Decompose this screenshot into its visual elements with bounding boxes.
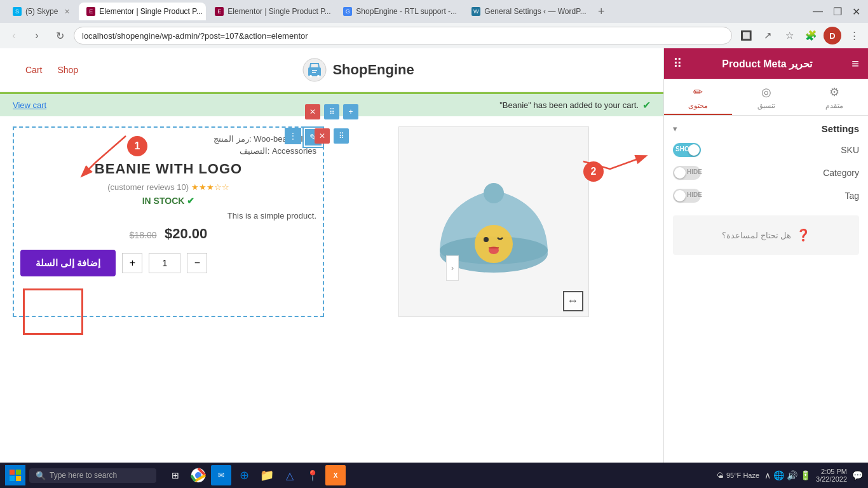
tab-shopengine[interactable]: G ShopEngine - RTL support -... ✕ xyxy=(336,3,463,20)
advanced-tab-icon: ⚙ xyxy=(829,85,839,99)
tab-style-label: تنسيق xyxy=(757,102,775,110)
extensions-icon[interactable]: 🔲 xyxy=(737,27,755,44)
help-section: ❓ هل تحتاج لمساعدة؟ xyxy=(673,215,859,255)
share-icon[interactable]: ↗ xyxy=(759,27,776,44)
svg-rect-1 xyxy=(308,67,321,76)
close-button[interactable]: ✕ xyxy=(850,3,863,20)
site-logo: ShopEngine xyxy=(302,57,414,83)
panel-grid-icon[interactable]: ⠿ xyxy=(673,56,682,71)
panel-menu-icon[interactable]: ≡ xyxy=(851,57,859,71)
start-button[interactable] xyxy=(5,465,25,485)
logo-icon xyxy=(302,57,327,83)
product-meta-widget: ✎ ⋮ رمز المنتج: Woo-beanie-logo التصنيف:… xyxy=(13,126,324,317)
new-tab-button[interactable]: + xyxy=(592,3,610,20)
tab-elementor-2[interactable]: E Elementor | Single Product P... ✕ xyxy=(207,3,334,20)
image-expand-button[interactable]: ⤢ xyxy=(563,291,583,311)
rating-text: (customer reviews 10) xyxy=(107,182,189,192)
svg-point-7 xyxy=(475,225,513,263)
profile-button[interactable]: D xyxy=(824,27,841,44)
panel-collapse-button[interactable]: › xyxy=(446,255,459,281)
old-price: $18.00 xyxy=(130,230,157,240)
settings-dropdown[interactable]: ▾ xyxy=(673,124,677,133)
category-toggle[interactable]: HIDE xyxy=(673,166,701,180)
menu-icon[interactable]: ⋮ xyxy=(845,27,863,44)
cart-message: "Beanie" has been added to your cart. xyxy=(499,100,639,110)
sku-toggle-thumb xyxy=(688,144,700,156)
notification-icon[interactable]: 💬 xyxy=(852,470,863,480)
in-stock-badge: IN STOCK ✔ xyxy=(20,196,316,206)
battery-icon[interactable]: 🔋 xyxy=(800,470,811,480)
chrome-taskbar-icon[interactable] xyxy=(188,465,208,485)
toolbar-grid-btn-2[interactable]: ⠿ xyxy=(334,128,349,144)
tab-wp[interactable]: W General Settings ‹ — WordP... ✕ xyxy=(464,3,591,20)
tag-toggle[interactable]: HIDE xyxy=(673,189,701,203)
tab-skype[interactable]: S (5) Skype ✕ xyxy=(5,3,78,20)
outlook-taskbar-icon[interactable]: ✉ xyxy=(211,465,231,485)
svg-point-8 xyxy=(484,237,489,242)
network-icon[interactable]: 🌐 xyxy=(773,470,784,480)
puzzle-icon[interactable]: 🧩 xyxy=(802,27,820,44)
tab-style[interactable]: ◎ تنسيق xyxy=(732,79,800,115)
files-taskbar-icon[interactable]: 📁 xyxy=(257,465,277,485)
in-stock-check-icon: ✔ xyxy=(187,196,194,206)
add-to-cart-button[interactable]: إضافة إلى السلة xyxy=(20,250,116,276)
tab-elementor-1[interactable]: E Elementor | Single Product P... ✕ xyxy=(79,3,206,20)
toolbar-close-btn-2[interactable]: ✕ xyxy=(315,128,330,144)
address-bar[interactable]: localhost/shopengine/wp-admin/?post=107&… xyxy=(74,27,732,44)
sku-toggle[interactable]: SHOW xyxy=(673,143,701,157)
qty-plus-button[interactable]: + xyxy=(122,253,142,273)
category-setting-row: Category HIDE xyxy=(673,166,859,180)
xampp-taskbar-icon[interactable]: X xyxy=(325,465,346,485)
quantity-input[interactable] xyxy=(149,253,180,273)
nav-cart[interactable]: Cart xyxy=(25,65,42,75)
svg-rect-15 xyxy=(16,476,21,481)
bookmark-icon[interactable]: ☆ xyxy=(780,27,798,44)
restore-button[interactable]: ❐ xyxy=(831,3,844,20)
url-text: localhost/shopengine/wp-admin/?post=107&… xyxy=(82,31,308,41)
tab-elementor-2-label: Elementor | Single Product P... xyxy=(227,7,330,16)
product-rating: (customer reviews 10) ★★★☆☆ xyxy=(20,182,316,192)
minimize-button[interactable]: — xyxy=(810,3,825,20)
product-image-area: ⤢ xyxy=(337,126,651,317)
elementor-icon-1: E xyxy=(86,7,95,16)
style-tab-icon: ◎ xyxy=(761,85,771,99)
right-panel: ⠿ تحرير Product Meta ≡ ✏ محتوى ◎ تنسيق ⚙… xyxy=(663,48,868,488)
site-nav-links: Cart Shop xyxy=(25,65,78,75)
edge-taskbar-icon[interactable]: ⊕ xyxy=(234,465,254,485)
gdrive-taskbar-icon[interactable]: △ xyxy=(280,465,300,485)
main-layout: Cart Shop ShopEngine xyxy=(0,48,868,488)
chevron-up-icon[interactable]: ∧ xyxy=(764,470,771,480)
cart-bar-right: "Beanie" has been added to your cart. ✔ xyxy=(499,99,651,111)
speaker-icon[interactable]: 🔊 xyxy=(787,470,797,480)
toolbar-icons: 🔲 ↗ ☆ 🧩 D ⋮ xyxy=(737,27,863,44)
time-display: 2:05 PM xyxy=(821,468,847,475)
qty-minus-button[interactable]: − xyxy=(187,253,207,273)
widget-delete-button[interactable]: ⋮ xyxy=(285,128,301,144)
toolbar-close-btn-1[interactable]: ✕ xyxy=(305,104,320,119)
toolbar-grid-btn-1[interactable]: ⠿ xyxy=(324,104,339,119)
help-icon: ❓ xyxy=(796,228,810,242)
site-logo-text: ShopEngine xyxy=(332,62,414,78)
tab-elementor-1-label: Elementor | Single Product P... xyxy=(99,7,202,16)
taskview-button[interactable]: ⊞ xyxy=(165,465,186,485)
forward-button[interactable]: › xyxy=(28,27,46,44)
toolbar-add-btn-1[interactable]: + xyxy=(343,104,358,119)
maps-taskbar-icon[interactable]: 📍 xyxy=(302,465,323,485)
add-to-cart-row: إضافة إلى السلة + − xyxy=(20,250,316,276)
stars-icon: ★★★☆☆ xyxy=(191,182,229,192)
tab-close-skype[interactable]: ✕ xyxy=(64,8,70,16)
taskbar-search-box[interactable]: 🔍 Type here to search xyxy=(29,468,156,483)
tab-content[interactable]: ✏ محتوى xyxy=(664,79,732,115)
nav-shop[interactable]: Shop xyxy=(57,65,78,75)
back-button[interactable]: ‹ xyxy=(5,27,23,44)
shopengine-icon: G xyxy=(343,7,352,16)
refresh-button[interactable]: ↻ xyxy=(51,27,69,44)
tag-toggle-thumb xyxy=(674,190,686,201)
date-display: 3/22/2022 xyxy=(816,475,847,483)
view-cart-link[interactable]: View cart xyxy=(13,100,46,110)
tab-skype-label: (5) Skype xyxy=(25,7,58,16)
weather-info: 🌤 95°F Haze xyxy=(717,471,759,479)
canvas-area: Cart Shop ShopEngine xyxy=(0,48,663,488)
category-row: التصنيف: Accessories xyxy=(20,146,316,156)
tab-advanced[interactable]: ⚙ متقدم xyxy=(800,79,868,115)
